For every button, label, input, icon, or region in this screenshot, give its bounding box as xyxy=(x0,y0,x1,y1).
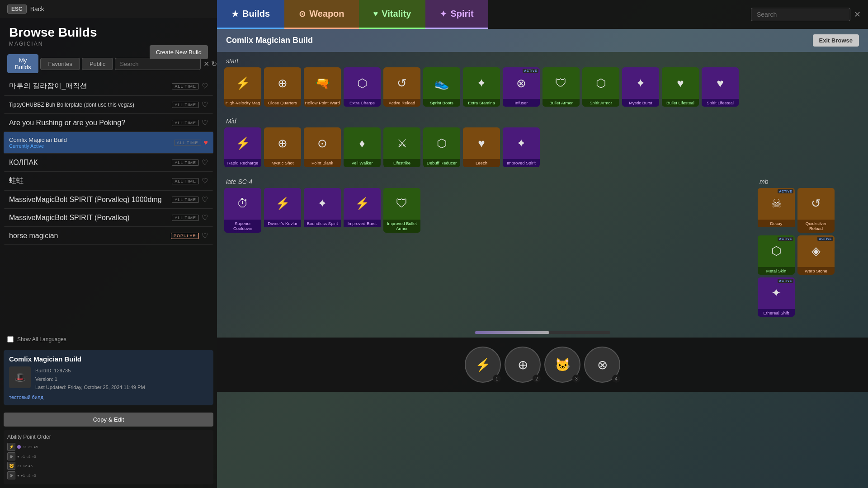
tab-my-builds[interactable]: My Builds xyxy=(7,54,38,73)
item-spirit-lifesteal[interactable]: ♥ Spirit Lifesteal xyxy=(702,67,739,107)
item-mystic-shot[interactable]: ⊕ Mystic Shot xyxy=(264,127,301,167)
item-icon: 👟 xyxy=(434,76,449,90)
build-favorite-button[interactable]: ♡ xyxy=(202,177,208,185)
item-mystic-burst[interactable]: ✦ Mystic Burst xyxy=(622,67,659,107)
item-bullet-armor[interactable]: 🛡 Bullet Armor xyxy=(542,67,580,107)
tab-spirit[interactable]: ✦ Spirit xyxy=(425,0,488,29)
item-label: Debuff Reducer xyxy=(423,159,460,167)
item-improved-spirit[interactable]: ✦ Improved Spirit xyxy=(503,127,540,167)
build-item[interactable]: 蛙蛙 ALL TIME ♡ xyxy=(4,172,213,191)
item-bullet-lifesteal[interactable]: ♥ Bullet Lifesteal xyxy=(662,67,699,107)
ability-order-title: Ability Point Order xyxy=(7,434,210,440)
build-item[interactable]: Are you Rushing or are you Poking? ALL T… xyxy=(4,114,213,132)
build-item-name: horse magician xyxy=(9,232,58,240)
main-search-clear-icon[interactable]: ✕ xyxy=(854,9,861,19)
item-spirit-armor[interactable]: ⬡ Spirit Armor xyxy=(582,67,619,107)
esc-button[interactable]: ESC xyxy=(7,5,27,14)
build-id: BuildID: 129735 xyxy=(35,366,145,375)
item-extra-stamina[interactable]: ✦ Extra Stamina xyxy=(463,67,500,107)
build-item[interactable]: 마루의 길라잡이_매직션 ALL TIME ♡ xyxy=(4,77,213,96)
item-debuff-reducer[interactable]: ⬡ Debuff Reducer xyxy=(423,127,460,167)
build-favorite-button[interactable]: ♡ xyxy=(202,158,208,167)
item-quicksilver-reload[interactable]: ↺ Quicksilver Reload xyxy=(797,188,835,233)
item-improved-bullet-armor[interactable]: 🛡 Improved Bullet Armor xyxy=(383,188,420,233)
active-badge: ACTIVE xyxy=(778,189,793,193)
item-boundless-spirit[interactable]: ✦ Boundless Spirit xyxy=(304,188,341,233)
item-active-reload[interactable]: ↺ Active Reload xyxy=(383,67,420,107)
ability-icon: ⊕ xyxy=(7,452,15,460)
build-item-selected[interactable]: Comlix Magician Build Currently Active A… xyxy=(4,132,213,154)
build-item[interactable]: TipsyCHUBBZ Buh Boilerplate (dont use th… xyxy=(4,96,213,114)
item-veil-walker[interactable]: ♦ Veil Walker xyxy=(344,127,381,167)
hero-ability-1[interactable]: ⚡ 1 xyxy=(465,347,501,383)
build-favorite-button[interactable]: ♥ xyxy=(204,139,208,147)
start-items-grid: ⚡ High-Velocity Mag ⊕ Close Quarters 🔫 H… xyxy=(217,67,868,112)
item-close-quarters[interactable]: ⊕ Close Quarters xyxy=(264,67,301,107)
item-label: Improved Bullet Armor xyxy=(383,220,420,233)
build-favorite-button[interactable]: ♡ xyxy=(202,195,208,204)
build-item[interactable]: horse magician POPULAR ♡ xyxy=(4,227,213,245)
hero-ability-4[interactable]: ⊗ 4 xyxy=(584,347,620,383)
build-tag: ALL TIME xyxy=(172,215,199,221)
exit-browse-button[interactable]: Exit Browse xyxy=(813,34,859,47)
item-leech[interactable]: ♥ Leech xyxy=(463,127,500,167)
build-item[interactable]: КОЛПАК ALL TIME ♡ xyxy=(4,154,213,172)
builds-search-input[interactable] xyxy=(115,58,201,70)
tab-favorites[interactable]: Favorites xyxy=(40,58,80,70)
build-favorite-button[interactable]: ♡ xyxy=(202,100,208,109)
bottom-abilities-bar: ⚡ 1 ⊕ 2 🐱 3 ⊗ 4 xyxy=(217,338,868,392)
build-item[interactable]: MassiveMagicBolt SPIRIT (Porvalleq) ALL … xyxy=(4,209,213,227)
back-button[interactable]: Back xyxy=(30,5,44,13)
item-warp-stone[interactable]: ACTIVE ◈ Warp Stone xyxy=(797,235,835,275)
item-ethereal-shift[interactable]: ACTIVE ✦ Ethereal Shift xyxy=(758,277,795,317)
tab-vitality[interactable]: ♥ Vitality xyxy=(359,0,426,29)
build-favorite-button[interactable]: ♡ xyxy=(202,213,208,222)
item-icon: ⊗ xyxy=(516,76,526,90)
item-decay[interactable]: ACTIVE ☠ Decay xyxy=(758,188,795,233)
main-search-input[interactable] xyxy=(751,8,850,21)
mid-items-grid: ⚡ Rapid Recharge ⊕ Mystic Shot ⊙ Point B… xyxy=(217,127,868,172)
build-tag: ALL TIME xyxy=(172,197,199,203)
ability-icon: ⊗ xyxy=(7,471,15,479)
item-infuser[interactable]: ACTIVE ⊗ Infuser xyxy=(503,67,540,107)
item-diviners-kevlar[interactable]: ⚡ Diviner's Kevlar xyxy=(264,188,301,233)
item-icon: ✦ xyxy=(771,286,781,300)
item-metal-skin[interactable]: ACTIVE ⬡ Metal Skin xyxy=(758,235,795,275)
tab-builds[interactable]: ★ Builds xyxy=(217,0,284,29)
build-item[interactable]: MassiveMagicBolt SPIRIT (Porvalleq) 1000… xyxy=(4,191,213,209)
hero-ability-2[interactable]: ⊕ 2 xyxy=(505,347,541,383)
build-tag: ALL TIME xyxy=(174,140,201,146)
item-superior-cooldown[interactable]: ⏱ Superior Cooldown xyxy=(224,188,261,233)
build-tag: ALL TIME xyxy=(172,178,199,184)
item-icon: ☠ xyxy=(771,197,782,211)
item-icon: ⬡ xyxy=(771,244,782,258)
build-favorite-button[interactable]: ♡ xyxy=(202,118,208,127)
build-favorite-button[interactable]: ♡ xyxy=(202,82,208,90)
item-label: Warp Stone xyxy=(797,267,835,275)
copy-edit-button[interactable]: Copy & Edit xyxy=(4,413,213,427)
search-clear-icon[interactable]: ✕ xyxy=(203,60,209,68)
build-favorite-button[interactable]: ♡ xyxy=(202,231,208,240)
hero-ability-3[interactable]: 🐱 3 xyxy=(544,347,580,383)
ability-3-num: 3 xyxy=(572,375,580,383)
ability-icon: 🐱 xyxy=(7,462,15,470)
item-rapid-recharge[interactable]: ⚡ Rapid Recharge xyxy=(224,127,261,167)
item-icon: ⊕ xyxy=(278,136,288,150)
item-lifestrike[interactable]: ⚔ Lifestrike xyxy=(383,127,420,167)
build-tag: ALL TIME xyxy=(172,83,199,89)
item-icon: ♥ xyxy=(478,136,485,150)
tab-public[interactable]: Public xyxy=(82,58,113,70)
item-hollow-point-ward[interactable]: 🔫 Hollow Point Ward xyxy=(304,67,341,107)
refresh-button[interactable]: ↻ xyxy=(211,60,217,68)
item-extra-charge[interactable]: ⬡ Extra Charge xyxy=(344,67,381,107)
show-all-languages-checkbox[interactable] xyxy=(7,336,14,343)
item-sprint-boots[interactable]: 👟 Sprint Boots xyxy=(423,67,460,107)
item-improved-burst[interactable]: ⚡ Improved Burst xyxy=(344,188,381,233)
item-icon: ✦ xyxy=(317,197,327,211)
build-item-name: 蛙蛙 xyxy=(9,176,24,186)
item-icon: ♥ xyxy=(717,76,723,90)
item-high-velocity-mag[interactable]: ⚡ High-Velocity Mag xyxy=(224,67,261,107)
item-point-blank[interactable]: ⊙ Point Blank xyxy=(304,127,341,167)
tab-weapon[interactable]: ⊙ Weapon xyxy=(284,0,359,29)
create-new-build-button[interactable]: Create New Build xyxy=(150,45,208,59)
